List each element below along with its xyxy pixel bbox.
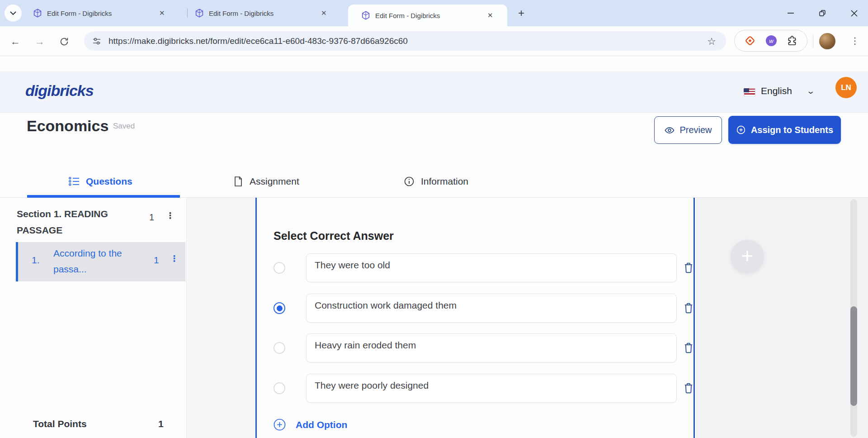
question-title: According to the passa... [53,246,137,277]
info-icon [404,176,415,187]
delete-option-button[interactable] [683,381,696,395]
section-points: 1 [149,212,154,223]
option-radio-1[interactable] [274,302,285,314]
svg-text:w: w [769,38,774,44]
total-points-value: 1 [158,419,164,429]
plus-icon: + [741,245,754,266]
option-textbox [306,374,677,403]
list-icon [69,176,80,186]
trash-icon [683,382,694,395]
tab-title: Edit Form - Digibricks [375,12,482,19]
browser-toolbar: ← → https://make.digibricks.net/form/edi… [0,26,868,56]
bookmark-star-icon[interactable]: ☆ [704,34,719,49]
question-list-item-selected[interactable]: 1. According to the passa... 1 ⋮ [16,242,185,281]
right-gutter: + [696,198,868,438]
browser-tab-1[interactable]: Edit Form - Digibricks ✕ [33,0,182,26]
digibricks-favicon-icon [194,8,204,18]
trash-icon [683,342,694,354]
select-correct-answer-heading: Select Correct Answer [274,229,394,243]
tab-questions[interactable]: Questions [69,165,132,197]
content-area: Section 1. READING PASSAGE 1 ⋮ 1. Accord… [0,198,868,438]
forward-button[interactable]: → [33,34,47,49]
option-text-input[interactable] [307,374,676,402]
extensions-pill: w [734,30,807,52]
digibricks-favicon-icon [33,8,42,18]
option-textbox [306,333,677,362]
tab-separator [187,9,188,18]
digibricks-favicon-icon [361,10,371,20]
question-number: 1. [32,255,40,266]
option-text-input[interactable] [307,294,676,322]
user-avatar[interactable]: LN [835,77,857,98]
tab-search-button[interactable] [5,5,22,22]
toolbar-divider [813,34,813,48]
section-menu-icon[interactable]: ⋮ [166,210,175,221]
add-question-fab[interactable]: + [731,240,764,273]
question-menu-icon[interactable]: ⋮ [170,253,179,264]
trash-icon [683,262,694,274]
preview-button[interactable]: Preview [654,116,722,144]
section-header: Section 1. READING PASSAGE 1 ⋮ [17,206,184,238]
digibricks-logo[interactable]: digibricks [25,82,94,100]
delete-option-button[interactable] [683,301,696,315]
option-text-input[interactable] [307,254,676,282]
browser-menu-button[interactable]: ⋮ [848,33,862,48]
tab-strip: Edit Form - Digibricks ✕ Edit Form - Dig… [0,0,868,26]
questions-sidebar: Section 1. READING PASSAGE 1 ⋮ 1. Accord… [0,198,187,438]
option-radio-3[interactable] [274,382,285,394]
minimize-button[interactable] [778,0,804,26]
browser-tab-2[interactable]: Edit Form - Digibricks ✕ [194,0,344,26]
chevron-down-icon[interactable]: ⌄ [806,86,815,96]
tab-assignment[interactable]: Assignment [233,165,299,197]
assignment-icon [233,176,243,187]
url-text: https://make.digibricks.net/form/edit/ec… [108,36,408,46]
reload-button[interactable] [57,34,71,49]
extension-purple-icon[interactable]: w [765,35,777,47]
answer-option-row [274,333,680,362]
tab-title: Edit Form - Digibricks [47,10,154,17]
tab-label: Questions [86,176,132,187]
chevron-down-icon [10,11,16,15]
assign-icon [736,125,746,135]
browser-tab-3-active[interactable]: Edit Form - Digibricks ✕ [348,5,507,26]
new-tab-button[interactable]: + [514,6,528,20]
app-header: digibricks English ⌄ LN [0,71,868,113]
browser-window: Edit Form - Digibricks ✕ Edit Form - Dig… [0,0,868,438]
tab-close-icon[interactable]: ✕ [487,11,493,19]
save-status: Saved [113,122,135,131]
scrollbar-thumb[interactable] [850,306,857,406]
question-editor-card: Select Correct Answer [255,198,695,438]
option-radio-2[interactable] [274,342,285,354]
total-points-label: Total Points [33,419,87,429]
form-nav-tabs: Questions Assignment Information [0,165,868,198]
language-selector[interactable]: English [761,86,792,96]
tab-label: Assignment [250,176,299,187]
delete-option-button[interactable] [683,261,696,275]
form-title-bar: Economics Saved Preview Assign to Studen… [0,113,868,165]
tab-label: Information [421,176,468,187]
eye-icon [664,125,675,136]
extensions-puzzle-icon[interactable] [787,35,797,46]
option-radio-0[interactable] [274,262,285,274]
assign-label: Assign to Students [751,125,833,135]
tab-title: Edit Form - Digibricks [209,10,316,17]
restore-button[interactable] [809,0,835,26]
scrollbar-track[interactable] [850,199,857,437]
site-info-tune-icon[interactable] [92,37,101,46]
close-window-button[interactable] [841,0,867,26]
browser-profile-avatar[interactable] [819,33,835,49]
tab-close-icon[interactable]: ✕ [159,9,165,17]
assign-to-students-button[interactable]: Assign to Students [728,116,841,144]
plus-circle-icon [274,419,286,431]
extension-orange-icon[interactable] [744,35,756,47]
answer-option-row [274,253,680,282]
answer-option-row [274,374,680,403]
option-text-input[interactable] [307,334,676,362]
address-bar[interactable]: https://make.digibricks.net/form/edit/ec… [84,31,726,51]
page-top-spacer [0,56,868,71]
tab-information[interactable]: Information [404,165,468,197]
add-option-button[interactable]: Add Option [274,419,347,431]
tab-close-icon[interactable]: ✕ [321,9,327,17]
back-button[interactable]: ← [8,34,23,49]
delete-option-button[interactable] [683,341,696,355]
